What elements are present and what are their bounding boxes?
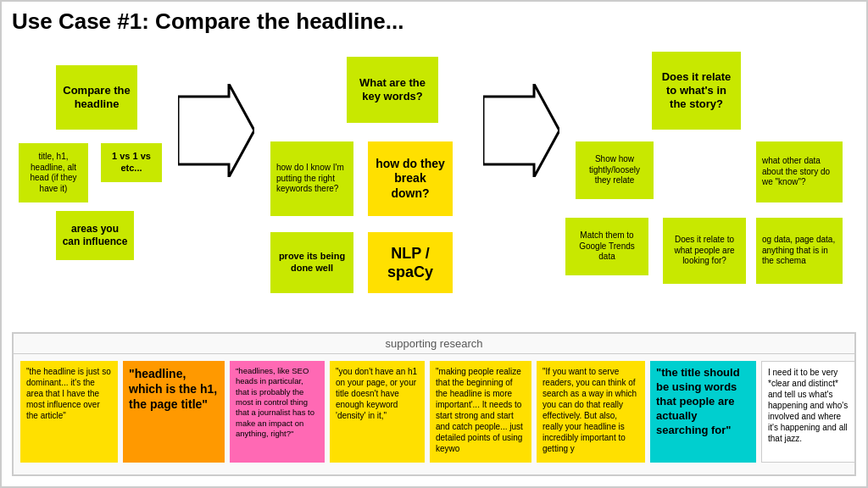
arrow-1 xyxy=(178,84,254,177)
note-compare-headline: Compare the headline xyxy=(56,65,137,130)
note-does-relate: Does it relate to what's in the story? xyxy=(652,52,741,130)
note-og-data: og data, page data, anything that is in … xyxy=(756,218,843,284)
sticky-note-6: "If you want to serve readers, you can t… xyxy=(537,361,645,463)
bottom-section: supporting research "the headline is jus… xyxy=(12,332,856,476)
sticky-notes-row: "the headline is just so dominant... it'… xyxy=(14,354,854,473)
note-how-know: how do I know I'm putting the right keyw… xyxy=(270,141,353,216)
supporting-research-label: supporting research xyxy=(14,334,854,354)
note-show-tightly: Show how tightly/loosely they relate xyxy=(576,141,654,199)
sticky-note-5: "making people realize that the beginnin… xyxy=(430,361,531,463)
note-match-google: Match them to Google Trends data xyxy=(565,218,648,275)
sticky-note-8: I need it to be very *clear and distinct… xyxy=(761,361,854,463)
svg-marker-1 xyxy=(483,84,559,177)
page: Use Case #1: Compare the headline... Com… xyxy=(0,0,868,488)
sticky-note-1: "the headline is just so dominant... it'… xyxy=(20,361,118,463)
note-prove-done-well: prove its being done well xyxy=(270,232,353,293)
svg-marker-0 xyxy=(178,84,254,177)
note-one-vs-one: 1 vs 1 vs etc... xyxy=(101,143,162,182)
arrow-2 xyxy=(483,84,559,177)
note-how-break-down: how do they break down? xyxy=(368,141,453,216)
sticky-note-2: "headline, which is the h1, the page tit… xyxy=(123,361,225,463)
sticky-note-4: "you don't have an h1 on your page, or y… xyxy=(330,361,425,463)
note-title-h1: title, h1, headline, alt head (if they h… xyxy=(19,143,88,202)
sticky-note-7: "the title should be using words that pe… xyxy=(650,361,756,463)
top-section: Use Case #1: Compare the headline... Com… xyxy=(2,2,866,332)
diagram-area: Compare the headline title, h1, headline… xyxy=(12,42,856,321)
note-what-keywords: What are the key words? xyxy=(347,57,438,123)
sticky-note-3: "headlines, like SEO heads in particular… xyxy=(230,361,325,463)
note-areas-influence: areas you can influence xyxy=(56,211,134,260)
page-title: Use Case #1: Compare the headline... xyxy=(12,8,856,35)
note-what-other-data: what other data about the story do we "k… xyxy=(756,141,843,202)
note-nlp-spacy: NLP / spaCy xyxy=(368,232,453,293)
note-does-relate-looking: Does it relate to what people are lookin… xyxy=(663,218,746,284)
